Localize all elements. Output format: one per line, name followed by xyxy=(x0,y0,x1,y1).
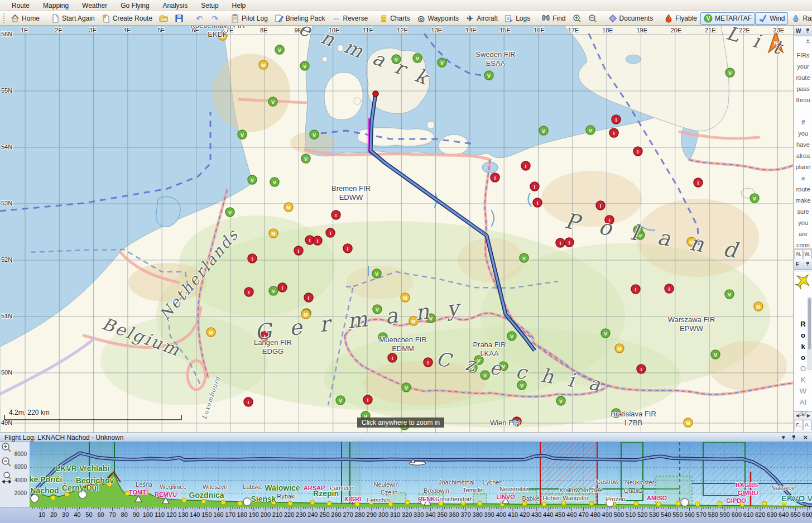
weather-marker-v[interactable]: V xyxy=(725,68,734,77)
create-route-button[interactable]: Create Route xyxy=(98,12,156,25)
weather-marker-v[interactable]: V xyxy=(601,329,610,338)
pilot-log-button[interactable]: Pilot Log xyxy=(227,12,271,25)
weather-marker-i[interactable]: I xyxy=(533,198,542,207)
chevron-down-icon[interactable]: ▼ xyxy=(806,39,810,43)
flight-log-titlebar[interactable]: Flight Log: LKNACH Náchod - Unknown ▾ × xyxy=(0,433,812,442)
home-button[interactable]: Home xyxy=(7,12,43,25)
wind-button[interactable]: Wind xyxy=(755,12,788,25)
weather-marker-v[interactable]: V xyxy=(413,54,422,63)
weather-marker-v[interactable]: V xyxy=(373,305,382,314)
weather-marker-m[interactable]: M xyxy=(259,60,268,69)
find-button[interactable]: Find xyxy=(538,12,569,25)
weather-marker-i[interactable]: I xyxy=(248,254,257,263)
menu-item-analysis[interactable]: Analysis xyxy=(157,1,194,11)
weather-marker-v[interactable]: V xyxy=(468,363,477,372)
dock-tab-a[interactable]: A. xyxy=(804,420,812,430)
menu-item-route[interactable]: Route xyxy=(6,1,36,11)
scroll-down-icon[interactable]: ▼ xyxy=(794,412,812,418)
panel-menu-icon[interactable]: ▾ xyxy=(782,434,785,441)
weather-marker-v[interactable]: V xyxy=(310,130,319,139)
menu-item-setup[interactable]: Setup xyxy=(195,1,224,11)
weather-marker-m[interactable]: M xyxy=(218,31,227,40)
weather-marker-i[interactable]: I xyxy=(260,332,269,340)
menu-item-mapping[interactable]: Mapping xyxy=(37,1,75,11)
weather-marker-i[interactable]: I xyxy=(343,244,352,253)
weather-marker-i[interactable]: I xyxy=(521,161,530,170)
weather-marker-v[interactable]: V xyxy=(336,396,345,405)
weather-marker-i[interactable]: I xyxy=(605,215,614,224)
warnings-panel-header[interactable]: W xyxy=(794,26,812,36)
dock-tab-w[interactable]: W. xyxy=(804,249,812,259)
weather-marker-i[interactable]: I xyxy=(294,246,303,255)
weather-marker-i[interactable]: I xyxy=(631,285,640,294)
waypoints-button[interactable]: ◎Waypoints xyxy=(414,12,463,25)
weather-marker-v[interactable]: V xyxy=(438,58,446,67)
zoom-out-icon[interactable] xyxy=(1,457,12,469)
weather-marker-i[interactable]: I xyxy=(388,353,397,362)
weather-marker-i[interactable]: I xyxy=(363,395,372,404)
route-start-dot[interactable] xyxy=(373,91,378,97)
pin-icon[interactable] xyxy=(791,435,796,440)
zoom-in-button[interactable] xyxy=(569,12,585,25)
weather-marker-i[interactable]: I xyxy=(633,147,642,156)
weather-marker-i[interactable]: I xyxy=(694,178,703,187)
undo-button[interactable]: ↶ xyxy=(191,12,207,25)
weather-marker-i[interactable]: I xyxy=(612,115,621,124)
weather-marker-v[interactable]: V xyxy=(520,253,528,262)
weather-marker-v[interactable]: V xyxy=(372,269,381,278)
weather-marker-v[interactable]: V xyxy=(301,154,310,163)
documents-button[interactable]: Documents xyxy=(605,12,657,25)
start-again-button[interactable]: Start Again xyxy=(47,12,98,25)
dock-tab-f[interactable]: F.. xyxy=(795,420,803,430)
map-canvas[interactable]: VVVVVVVVVVVVVVVVVVVVVVVVVVVVVVVVVVVVVVVV… xyxy=(0,26,794,433)
weather-marker-v[interactable]: V xyxy=(725,290,734,299)
rainfall-button[interactable]: Rainfall xyxy=(788,12,812,25)
weather-marker-i[interactable]: I xyxy=(556,238,565,247)
weather-marker-i[interactable]: I xyxy=(304,293,313,302)
weather-marker-m[interactable]: M xyxy=(754,302,763,311)
weather-marker-v[interactable]: V xyxy=(248,175,257,184)
weather-marker-i[interactable]: I xyxy=(244,397,253,406)
weather-marker-v[interactable]: V xyxy=(238,130,247,139)
weather-marker-v[interactable]: V xyxy=(225,208,234,217)
weather-marker-i[interactable]: I xyxy=(512,417,521,426)
weather-marker-v[interactable]: V xyxy=(474,356,483,364)
weather-marker-i[interactable]: I xyxy=(565,238,574,247)
weather-marker-v[interactable]: V xyxy=(507,332,516,340)
weather-marker-m[interactable]: M xyxy=(269,229,278,238)
flyable-button[interactable]: Flyable xyxy=(661,12,700,25)
weather-marker-i[interactable]: I xyxy=(331,210,340,219)
weather-marker-i[interactable]: I xyxy=(665,284,674,293)
weather-marker-v[interactable]: V xyxy=(633,225,642,234)
aircraft-button[interactable]: ✈Aircraft xyxy=(462,12,501,25)
menu-item-weather[interactable]: Weather xyxy=(76,1,113,11)
weather-marker-v[interactable]: V xyxy=(556,396,565,405)
weather-marker-v[interactable]: V xyxy=(750,194,759,203)
weather-marker-i[interactable]: I xyxy=(313,236,322,245)
redo-button[interactable]: ↷ xyxy=(207,12,223,25)
panel-scrollbar[interactable] xyxy=(808,298,811,370)
briefing-pack-button[interactable]: Briefing Pack xyxy=(271,12,329,25)
weather-marker-i[interactable]: I xyxy=(491,173,499,182)
weather-marker-m[interactable]: M xyxy=(684,418,693,427)
menu-item-help[interactable]: Help xyxy=(226,1,252,11)
elevation-profile[interactable]: lké PoříčíNáchodČerný DůlBedřichovLKVR V… xyxy=(0,442,812,507)
weather-marker-v[interactable]: V xyxy=(484,71,493,80)
weather-marker-m[interactable]: M xyxy=(301,310,310,319)
weather-marker-v[interactable]: V xyxy=(270,177,279,186)
weather-marker-v[interactable]: V xyxy=(711,350,720,359)
weather-marker-v[interactable]: V xyxy=(539,126,548,135)
dock-tab-n[interactable]: N. xyxy=(795,249,803,259)
weather-marker-m[interactable]: M xyxy=(687,237,696,246)
charts-button[interactable]: Charts xyxy=(376,12,413,25)
flightdetails-panel-header[interactable]: F xyxy=(794,259,812,270)
weather-marker-m[interactable]: M xyxy=(284,203,293,212)
metar-taf-button[interactable]: VMETAR/TAF xyxy=(700,12,755,25)
weather-marker-v[interactable]: V xyxy=(268,97,277,106)
weather-marker-v[interactable]: V xyxy=(517,381,526,390)
weather-marker-v[interactable]: V xyxy=(426,314,435,323)
weather-marker-v[interactable]: V xyxy=(499,362,508,371)
weather-marker-v[interactable]: V xyxy=(300,61,309,70)
weather-marker-v[interactable]: V xyxy=(402,383,411,392)
weather-marker-m[interactable]: M xyxy=(615,344,624,353)
